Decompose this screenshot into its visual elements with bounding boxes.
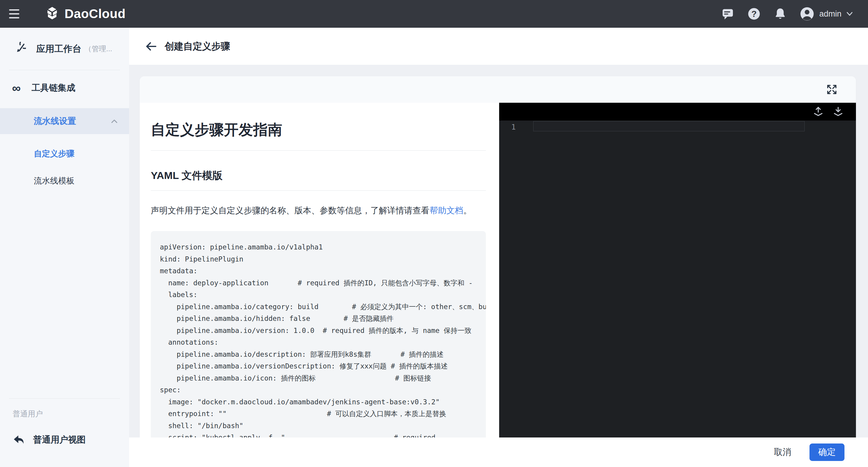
upload-yaml-icon[interactable] (812, 106, 824, 118)
code-line: pipeline.amamba.io/icon: 插件的图标 # 图标链接 (160, 372, 486, 385)
confirm-button[interactable]: 确定 (809, 443, 844, 461)
sidebar-group-label: 流水线设置 (34, 115, 76, 127)
editor-body[interactable]: 1 (499, 121, 856, 437)
sidebar-item-pipeline-template[interactable]: 流水线模板 (0, 170, 129, 192)
chevron-down-icon (846, 11, 853, 16)
editor-line-number: 1 (511, 123, 516, 131)
code-line: annotations: (160, 337, 486, 348)
code-line: entrypoint: "" # 可以自定义入口脚本，本质上是替换 (160, 408, 486, 420)
cancel-button[interactable]: 取消 (774, 446, 792, 458)
top-bar: DaoCloud ? (0, 0, 868, 28)
code-line: shell: "/bin/bash" (160, 420, 486, 432)
editor-toolbar (499, 103, 856, 121)
sidebar-item-toolchain[interactable]: ∞ 工具链集成 (0, 72, 129, 104)
page-title: 创建自定义步骤 (165, 40, 230, 53)
chevron-up-icon (111, 119, 118, 123)
brand-name: DaoCloud (65, 7, 125, 21)
action-footer: 取消 确定 (129, 437, 868, 467)
user-name: admin (819, 9, 841, 19)
sidebar-workspace-suffix: （管理... (85, 44, 112, 54)
bell-icon[interactable] (774, 7, 786, 21)
brand: DaoCloud (45, 6, 125, 22)
code-line: pipeline.amamba.io/versionDescription: 修… (160, 360, 486, 372)
avatar (800, 7, 814, 21)
sidebar-item-app-workspace[interactable]: 应用工作台 （管理... (0, 28, 129, 70)
doc-intro-text: 声明文件用于定义自定义步骤的名称、版本、参数等信息，了解详情请查看 (151, 206, 430, 215)
sidebar: 应用工作台 （管理... ∞ 工具链集成 流水线设置 自定义步骤 流水线模板 普… (0, 28, 129, 467)
sidebar-item-custom-step[interactable]: 自定义步骤 (0, 142, 129, 165)
code-line: pipeline.amamba.io/category: build # 必须定… (160, 301, 486, 313)
code-line: name: deploy-application # required 插件的I… (160, 277, 486, 289)
download-yaml-icon[interactable] (832, 106, 844, 118)
workspace-background: 自定义步骤开发指南 YAML 文件模版 声明文件用于定义自定义步骤的名称、版本、… (129, 65, 868, 437)
svg-text:?: ? (752, 9, 757, 19)
code-line: image: "docker.m.daocloud.io/amambadev/j… (160, 396, 486, 408)
doc-intro: 声明文件用于定义自定义步骤的名称、版本、参数等信息，了解详情请查看帮助文档。 (151, 203, 486, 218)
code-line: kind: PipelinePlugin (160, 254, 486, 265)
sidebar-workspace-label: 应用工作台 (36, 43, 82, 55)
return-arrow-icon (13, 434, 25, 445)
create-step-panel: 自定义步骤开发指南 YAML 文件模版 声明文件用于定义自定义步骤的名称、版本、… (140, 76, 856, 437)
fullscreen-button[interactable] (825, 83, 838, 96)
code-line: metadata: (160, 265, 486, 277)
hamburger-menu-icon[interactable] (9, 5, 27, 23)
code-line: pipeline.amamba.io/hidden: false # 是否隐藏插… (160, 313, 486, 325)
code-line: spec: (160, 384, 486, 396)
guide-document: 自定义步骤开发指南 YAML 文件模版 声明文件用于定义自定义步骤的名称、版本、… (140, 103, 499, 437)
sidebar-item-label: 流水线模板 (34, 175, 74, 186)
code-line: script: "kubectl apply -f ." # required (160, 432, 486, 437)
back-button[interactable] (144, 39, 158, 53)
sidebar-item-label: 自定义步骤 (34, 148, 74, 159)
yaml-template-code-block: apiVersion: pipeline.amamba.io/v1alpha1k… (151, 231, 486, 437)
yaml-editor: 1 (499, 103, 856, 437)
doc-title: 自定义步骤开发指南 (151, 120, 486, 139)
page-title-bar: 创建自定义步骤 (129, 28, 868, 65)
doc-section-title: YAML 文件模版 (151, 169, 486, 182)
panel-header (140, 76, 856, 103)
daocloud-logo-icon (45, 6, 59, 22)
code-line: pipeline.amamba.io/description: 部署应用到k8s… (160, 348, 486, 361)
code-line: labels: (160, 289, 486, 301)
sidebar-item-normal-user-view[interactable]: 普通用户视图 (0, 425, 129, 455)
fullscreen-icon (827, 85, 837, 95)
arrow-left-icon (145, 41, 157, 52)
workspace-edit-icon (12, 42, 26, 56)
help-icon[interactable]: ? (747, 7, 761, 21)
code-line: apiVersion: pipeline.amamba.io/v1alpha1 (160, 241, 486, 254)
doc-intro-suffix: 。 (463, 206, 472, 215)
user-menu[interactable]: admin (800, 7, 853, 21)
sidebar-toolchain-label: 工具链集成 (32, 82, 75, 94)
sidebar-group-pipeline-settings[interactable]: 流水线设置 (0, 108, 129, 134)
message-icon[interactable] (721, 7, 734, 20)
sidebar-caption: 普通用户 (0, 399, 129, 419)
help-doc-link[interactable]: 帮助文档 (430, 206, 463, 215)
editor-active-line[interactable] (533, 121, 805, 131)
sidebar-return-label: 普通用户视图 (33, 434, 86, 446)
infinity-icon: ∞ (12, 82, 21, 94)
code-line: pipeline.amamba.io/version: 1.0.0 # requ… (160, 325, 486, 337)
